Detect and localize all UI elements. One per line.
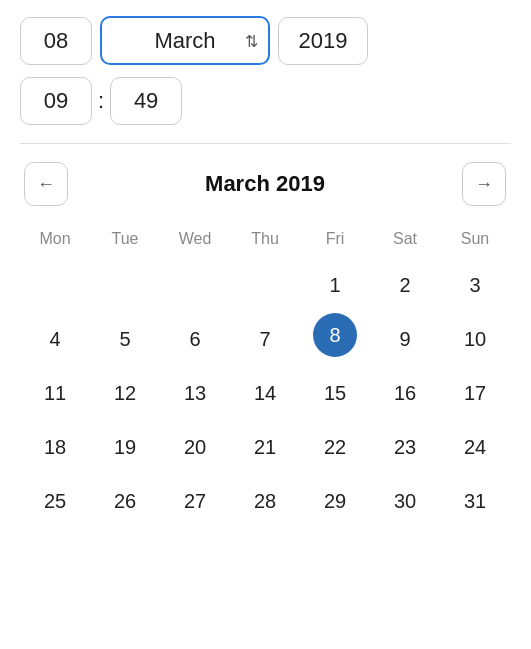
- day-of-week-header: Mon: [20, 224, 90, 258]
- calendar-day[interactable]: 8: [313, 313, 357, 357]
- calendar-day[interactable]: 9: [383, 313, 427, 365]
- calendar-day[interactable]: 7: [243, 313, 287, 365]
- next-month-button[interactable]: →: [462, 162, 506, 206]
- prev-month-button[interactable]: ←: [24, 162, 68, 206]
- calendar-day-empty: [173, 259, 217, 311]
- calendar-day[interactable]: 13: [173, 367, 217, 419]
- day-of-week-header: Tue: [90, 224, 160, 258]
- calendar-day[interactable]: 15: [313, 367, 357, 419]
- calendar-day[interactable]: 16: [383, 367, 427, 419]
- calendar-day[interactable]: 14: [243, 367, 287, 419]
- month-select-wrapper: JanuaryFebruaryMarchAprilMayJuneJulyAugu…: [100, 16, 270, 65]
- left-arrow-icon: ←: [37, 174, 55, 195]
- calendar-day[interactable]: 19: [103, 421, 147, 473]
- calendar-day-empty: [103, 259, 147, 311]
- calendar-day[interactable]: 3: [453, 259, 497, 311]
- calendar-day[interactable]: 20: [173, 421, 217, 473]
- calendar: ← March 2019 → MonTueWedThuFriSatSun1234…: [20, 162, 510, 528]
- calendar-day[interactable]: 25: [33, 475, 77, 527]
- year-input[interactable]: [278, 17, 368, 65]
- calendar-day-empty: [243, 259, 287, 311]
- calendar-day[interactable]: 23: [383, 421, 427, 473]
- day-of-week-header: Wed: [160, 224, 230, 258]
- calendar-day[interactable]: 17: [453, 367, 497, 419]
- calendar-day[interactable]: 4: [33, 313, 77, 365]
- calendar-day[interactable]: 1: [313, 259, 357, 311]
- calendar-day[interactable]: 11: [33, 367, 77, 419]
- calendar-day[interactable]: 10: [453, 313, 497, 365]
- day-input[interactable]: [20, 17, 92, 65]
- calendar-day[interactable]: 18: [33, 421, 77, 473]
- calendar-day[interactable]: 22: [313, 421, 357, 473]
- date-inputs-row: JanuaryFebruaryMarchAprilMayJuneJulyAugu…: [20, 16, 368, 65]
- calendar-day[interactable]: 29: [313, 475, 357, 527]
- calendar-day[interactable]: 24: [453, 421, 497, 473]
- time-inputs-row: :: [20, 77, 182, 125]
- day-of-week-header: Sun: [440, 224, 510, 258]
- calendar-day[interactable]: 26: [103, 475, 147, 527]
- calendar-day[interactable]: 5: [103, 313, 147, 365]
- month-select[interactable]: JanuaryFebruaryMarchAprilMayJuneJulyAugu…: [100, 16, 270, 65]
- calendar-title: March 2019: [205, 171, 325, 197]
- day-of-week-header: Thu: [230, 224, 300, 258]
- calendar-day[interactable]: 27: [173, 475, 217, 527]
- calendar-day[interactable]: 6: [173, 313, 217, 365]
- hour-input[interactable]: [20, 77, 92, 125]
- divider: [20, 143, 511, 144]
- calendar-day[interactable]: 30: [383, 475, 427, 527]
- calendar-day[interactable]: 21: [243, 421, 287, 473]
- right-arrow-icon: →: [475, 174, 493, 195]
- day-of-week-header: Sat: [370, 224, 440, 258]
- calendar-day[interactable]: 2: [383, 259, 427, 311]
- day-of-week-header: Fri: [300, 224, 370, 258]
- calendar-day[interactable]: 12: [103, 367, 147, 419]
- calendar-day[interactable]: 31: [453, 475, 497, 527]
- calendar-grid: MonTueWedThuFriSatSun1234567891011121314…: [20, 224, 510, 528]
- time-colon: :: [92, 88, 110, 114]
- calendar-day[interactable]: 28: [243, 475, 287, 527]
- calendar-header: ← March 2019 →: [20, 162, 510, 206]
- minute-input[interactable]: [110, 77, 182, 125]
- calendar-day-empty: [33, 259, 77, 311]
